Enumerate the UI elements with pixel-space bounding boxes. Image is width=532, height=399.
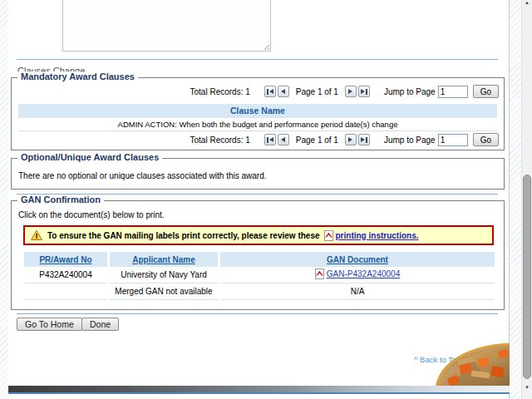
vertical-scrollbar[interactable]: ▲ ▼ bbox=[521, 0, 532, 399]
page-status: Page 1 of 1 bbox=[296, 87, 338, 96]
clause-row: ADMIN ACTION: When both the budget and p… bbox=[18, 118, 497, 131]
cell-pr-award-no bbox=[24, 283, 107, 300]
next-page-button[interactable] bbox=[345, 134, 357, 145]
warning-banner: ! To ensure the GAN mailing labels print… bbox=[23, 225, 494, 245]
next-page-icon bbox=[348, 89, 352, 94]
cell-gan-document: GAN-P432A240004 bbox=[220, 267, 495, 283]
go-button[interactable]: Go bbox=[473, 85, 499, 98]
page-content: Clauses Change Mandatory Award Clauses T… bbox=[8, 0, 510, 399]
header-pr-award-no[interactable]: PR/Award No bbox=[24, 252, 107, 267]
total-records-label: Total Records: 1 bbox=[190, 87, 250, 96]
header-applicant-name[interactable]: Applicant Name bbox=[110, 252, 218, 267]
pagination-top: Total Records: 1 Page 1 of 1 Jump to Pag… bbox=[190, 85, 499, 98]
cell-pr-award-no: P432A240004 bbox=[24, 267, 107, 283]
first-page-button[interactable] bbox=[264, 86, 276, 97]
scroll-up-icon[interactable]: ▲ bbox=[525, 0, 530, 5]
gan-confirmation-legend: GAN Confirmation bbox=[17, 195, 104, 204]
clause-name-header: Clause Name bbox=[18, 104, 497, 118]
last-page-icon bbox=[361, 89, 365, 94]
optional-clauses-legend: Optional/Unique Award Clauses bbox=[17, 152, 162, 162]
last-page-button[interactable] bbox=[358, 134, 370, 145]
scrollbar-thumb[interactable] bbox=[523, 175, 531, 379]
go-to-home-button[interactable]: Go To Home bbox=[17, 318, 82, 331]
warning-text: To ensure the GAN mailing labels print c… bbox=[47, 231, 320, 240]
table-row: P432A240004 University of Navy Yard GAN-… bbox=[24, 267, 495, 283]
previous-page-icon bbox=[281, 137, 285, 142]
optional-clauses-fieldset: Optional/Unique Award Clauses There are … bbox=[11, 158, 505, 190]
jump-to-page-label: Jump to Page bbox=[384, 87, 436, 96]
go-button[interactable]: Go bbox=[473, 133, 499, 146]
mandatory-clauses-fieldset: Mandatory Award Clauses Total Records: 1… bbox=[11, 77, 505, 150]
jump-to-page-input[interactable] bbox=[438, 134, 468, 146]
divider bbox=[17, 59, 498, 60]
jump-to-page-label: Jump to Page bbox=[384, 135, 436, 145]
table-row: Merged GAN not available N/A bbox=[24, 283, 495, 300]
divider bbox=[17, 313, 498, 314]
pdf-icon bbox=[315, 268, 324, 279]
svg-text:!: ! bbox=[36, 232, 38, 240]
gan-document-link[interactable]: GAN-P432A240004 bbox=[327, 269, 400, 278]
printing-instructions-link[interactable]: printing instructions. bbox=[336, 231, 419, 240]
next-page-icon bbox=[348, 137, 352, 142]
scroll-down-icon[interactable]: ▼ bbox=[525, 385, 530, 390]
cell-gan-document: N/A bbox=[220, 283, 495, 300]
gan-document-table: PR/Award No Applicant Name GAN Document … bbox=[22, 252, 497, 300]
first-page-button[interactable] bbox=[264, 134, 276, 145]
done-button[interactable]: Done bbox=[81, 318, 119, 331]
warning-icon: ! bbox=[31, 230, 42, 240]
mandatory-clauses-legend: Mandatory Award Clauses bbox=[17, 71, 138, 81]
gan-instruction-text: Click on the document(s) below to print. bbox=[18, 210, 165, 219]
cell-applicant-name: University of Navy Yard bbox=[110, 267, 218, 283]
previous-page-button[interactable] bbox=[278, 134, 289, 145]
footer-blue-line bbox=[8, 392, 510, 394]
header-gan-document[interactable]: GAN Document bbox=[220, 252, 495, 267]
pdf-icon bbox=[324, 230, 333, 241]
gan-confirmation-fieldset: GAN Confirmation Click on the document(s… bbox=[11, 200, 505, 310]
first-page-icon bbox=[267, 89, 268, 95]
page-status: Page 1 of 1 bbox=[296, 135, 338, 145]
table-header-row: PR/Award No Applicant Name GAN Document bbox=[24, 252, 495, 267]
last-page-button[interactable] bbox=[358, 86, 370, 97]
previous-page-icon bbox=[281, 89, 285, 94]
classroom-photo bbox=[435, 342, 510, 387]
previous-page-button[interactable] bbox=[278, 86, 289, 97]
footer-metallic-band bbox=[8, 386, 510, 392]
next-page-button[interactable] bbox=[345, 86, 357, 97]
last-page-icon bbox=[361, 137, 365, 142]
comment-textarea[interactable] bbox=[62, 0, 271, 52]
jump-to-page-input[interactable] bbox=[438, 86, 468, 98]
total-records-label: Total Records: 1 bbox=[190, 135, 250, 145]
first-page-icon bbox=[267, 137, 268, 143]
pagination-bottom: Total Records: 1 Page 1 of 1 Jump to Pag… bbox=[190, 133, 499, 146]
optional-clauses-empty-message: There are no optional or unique clauses … bbox=[18, 171, 267, 180]
cell-applicant-name: Merged GAN not available bbox=[110, 283, 218, 300]
